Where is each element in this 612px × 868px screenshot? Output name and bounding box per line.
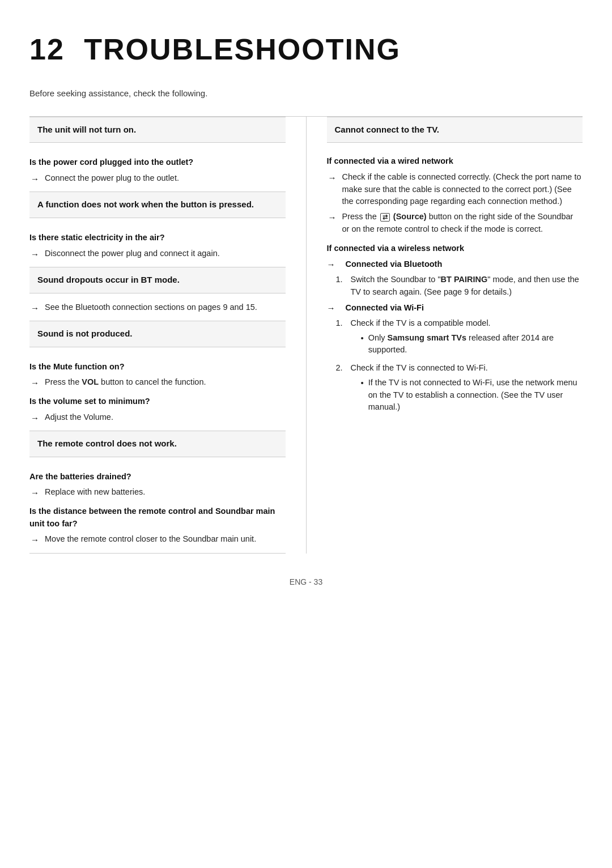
arrow-text-1: Connect the power plug to the outlet. <box>45 172 179 185</box>
wifi-text-1: Check if the TV is a compatible model. •… <box>351 317 583 359</box>
arrow-text-batteries: Replace with new batteries. <box>45 486 145 499</box>
section-header-remote: The remote control does not work. <box>29 431 286 457</box>
samsung-tvs-bold: Samsung smart TVs <box>388 333 466 342</box>
section-function-not-work: A function does not work when the button… <box>29 192 286 267</box>
subtitle: Before seeking assistance, check the fol… <box>29 87 583 100</box>
section-content-sound: Is the Mute function on? → Press the VOL… <box>29 347 286 431</box>
arrow-text-volume: Adjust the Volume. <box>45 411 113 424</box>
arrow-icon-5: → <box>31 412 39 425</box>
footer-page: ENG - 33 <box>290 577 322 586</box>
arrow-icon-1: → <box>31 173 39 186</box>
question-mute: Is the Mute function on? <box>29 361 286 373</box>
left-column: The unit will not turn on. Is the power … <box>29 117 307 554</box>
arrow-icon-4: → <box>31 377 39 390</box>
section-remote-not-work: The remote control does not work. Are th… <box>29 431 286 554</box>
arrow-icon-2: → <box>31 248 39 261</box>
arrow-vol-button: → Press the VOL button to cancel the fun… <box>29 376 286 390</box>
wifi-num-2: 2. <box>336 362 346 375</box>
question-power-cord: Is the power cord plugged into the outle… <box>29 156 286 169</box>
arrow-icon-6: → <box>31 487 39 500</box>
wifi-text-2: Check if the TV is connected to Wi-Fi. •… <box>351 362 583 416</box>
question-static: Is there static electricity in the air? <box>29 232 286 244</box>
question-volume-min: Is the volume set to minimum? <box>29 395 286 408</box>
wifi-label-row: → Connected via Wi-Fi <box>327 301 583 315</box>
bt-pairing-bold: BT PAIRING <box>441 275 488 284</box>
right-column: Cannot connect to the TV. If connected v… <box>307 117 583 554</box>
bluetooth-label: Connected via Bluetooth <box>346 258 443 271</box>
wifi-bullet-1: • Only Samsung smart TVs released after … <box>351 332 583 357</box>
section-content-remote: Are the batteries drained? → Replace wit… <box>29 457 286 553</box>
wifi-bullet-text-1: Only Samsung smart TVs released after 20… <box>368 332 583 357</box>
bt-numbered-1: 1. Switch the Soundbar to "BT PAIRING" m… <box>336 274 583 299</box>
section-sound-dropouts: Sound dropouts occur in BT mode. → See t… <box>29 267 286 321</box>
vol-bold: VOL <box>82 377 99 386</box>
arrow-disconnect: → Disconnect the power plug and connect … <box>29 248 286 261</box>
arrow-icon-r1: → <box>328 172 337 185</box>
wifi-bullet-text-2: If the TV is not connected to Wi-Fi, use… <box>368 377 583 414</box>
bt-num-1: 1. <box>336 274 346 286</box>
arrow-adjust-volume: → Adjust the Volume. <box>29 411 286 425</box>
section-header-function: A function does not work when the button… <box>29 192 286 218</box>
arrow-connect-power: → Connect the power plug to the outlet. <box>29 172 286 186</box>
page-title: 12 TROUBLESHOOTING <box>29 27 583 71</box>
section-header-dropouts: Sound dropouts occur in BT mode. <box>29 267 286 293</box>
wifi-numbered-2: 2. Check if the TV is connected to Wi-Fi… <box>336 362 583 416</box>
arrow-replace-batteries: → Replace with new batteries. <box>29 486 286 500</box>
section-content-dropouts: → See the Bluetooth connection sections … <box>29 293 286 321</box>
wifi-label: Connected via Wi-Fi <box>346 302 424 314</box>
wifi-num-1: 1. <box>336 317 346 330</box>
arrow-icon-wifi: → <box>327 302 335 315</box>
bluetooth-label-row: → Connected via Bluetooth <box>327 258 583 271</box>
arrow-text-vol: Press the VOL button to cancel the funct… <box>45 376 206 389</box>
question-distance: Is the distance between the remote contr… <box>29 505 286 530</box>
bluetooth-items: 1. Switch the Soundbar to "BT PAIRING" m… <box>327 274 583 299</box>
wifi-items: 1. Check if the TV is a compatible model… <box>327 317 583 416</box>
footer: ENG - 33 <box>29 576 583 588</box>
question-batteries: Are the batteries drained? <box>29 471 286 483</box>
wireless-network-label: If connected via a wireless network <box>327 242 583 255</box>
main-layout: The unit will not turn on. Is the power … <box>29 116 583 554</box>
arrow-icon-r2: → <box>328 211 337 224</box>
arrow-source-button: → Press the ⇄ (Source) button on the rig… <box>327 211 583 236</box>
section-content-unit: Is the power cord plugged into the outle… <box>29 143 286 192</box>
bullet-icon-2: • <box>361 377 364 390</box>
wifi-bullet-2: • If the TV is not connected to Wi-Fi, u… <box>351 377 583 414</box>
right-section-header: Cannot connect to the TV. <box>327 117 583 143</box>
arrow-text-2: Disconnect the power plug and connect it… <box>45 248 220 260</box>
arrow-text-3: See the Bluetooth connection sections on… <box>45 301 257 314</box>
arrow-text-remote: Move the remote control closer to the So… <box>45 533 256 546</box>
bt-text-1: Switch the Soundbar to "BT PAIRING" mode… <box>351 274 583 299</box>
arrow-text-cable: Check if the cable is connected correctl… <box>342 171 583 208</box>
right-section-content: If connected via a wired network → Check… <box>327 143 583 423</box>
section-header-unit: The unit will not turn on. <box>29 117 286 143</box>
arrow-icon-7: → <box>31 534 39 547</box>
section-sound-not-produced: Sound is not produced. Is the Mute funct… <box>29 321 286 431</box>
arrow-icon-bt: → <box>327 258 335 271</box>
arrow-text-source: Press the ⇄ (Source) button on the right… <box>342 211 583 236</box>
bullet-icon-1: • <box>361 332 364 345</box>
arrow-move-remote: → Move the remote control closer to the … <box>29 533 286 547</box>
section-unit-not-turn-on: The unit will not turn on. Is the power … <box>29 117 286 193</box>
arrow-check-cable: → Check if the cable is connected correc… <box>327 171 583 208</box>
section-content-function: Is there static electricity in the air? … <box>29 218 286 267</box>
wired-network-label: If connected via a wired network <box>327 155 583 168</box>
arrow-bluetooth-sections: → See the Bluetooth connection sections … <box>29 301 286 315</box>
arrow-icon-3: → <box>31 302 39 315</box>
source-icon: ⇄ <box>380 213 390 222</box>
source-bold: (Source) <box>391 212 427 221</box>
section-header-sound: Sound is not produced. <box>29 321 286 347</box>
wifi-numbered-1: 1. Check if the TV is a compatible model… <box>336 317 583 359</box>
